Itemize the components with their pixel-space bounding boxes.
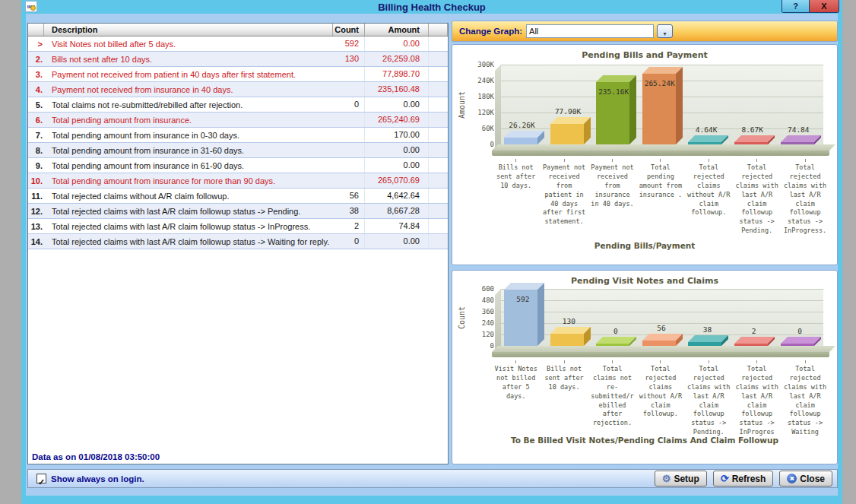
- table-row[interactable]: 6.Total pending amount from insurance.26…: [28, 113, 448, 128]
- change-graph-select[interactable]: All: [526, 24, 654, 38]
- refresh-button[interactable]: ⟳ Refresh: [713, 471, 774, 487]
- header-description: Description: [44, 24, 333, 36]
- bar-value-label: 265.24K: [645, 79, 675, 87]
- bar: [550, 334, 584, 346]
- row-filler: [429, 128, 448, 142]
- floor-top-face: [492, 144, 835, 151]
- plot-floor: [492, 144, 829, 156]
- close-button[interactable]: ✖ Close: [779, 471, 832, 487]
- bar-column: 74.84: [777, 65, 823, 144]
- row-count: [333, 158, 365, 173]
- pending-bills-payment-chart: Pending Bills and PaymentAmount300K240K1…: [452, 44, 838, 265]
- dialog-content: Description Count Amount >Visit Notes no…: [26, 14, 838, 496]
- bar-column: 77.90K: [547, 65, 594, 144]
- setup-button-label: Setup: [674, 474, 699, 484]
- window-title: Billing Health Checkup: [21, 2, 842, 13]
- row-number: 5.: [28, 100, 44, 109]
- row-number: 10.: [28, 176, 44, 185]
- table-row[interactable]: 4.Payment not received from insurance in…: [28, 82, 448, 97]
- refresh-icon: ⟳: [721, 474, 729, 483]
- x-axis-label: Visit Notes not billed after 5 days.: [492, 360, 540, 437]
- row-number: 14.: [28, 237, 44, 246]
- x-axis-label: Total rejected claims without A/R claim …: [636, 360, 684, 437]
- x-axis-label: Total rejected claims with last A/R clai…: [733, 159, 781, 236]
- bar-value-label: 2: [752, 327, 756, 335]
- row-description: Total pending amount from insurance.: [44, 116, 333, 125]
- bar-column: 2: [731, 289, 778, 346]
- row-number: 9.: [28, 161, 44, 170]
- x-axis-label: Total pending amount from insurance .: [636, 159, 684, 236]
- bar-column: 0: [777, 289, 823, 346]
- row-amount: 74.84: [365, 219, 429, 233]
- table-row[interactable]: 13.Total rejected claims with last A/R c…: [28, 219, 448, 234]
- show-on-login-label: Show always on login.: [51, 474, 144, 483]
- table-row[interactable]: >Visit Notes not billed after 5 days.592…: [28, 36, 448, 52]
- row-count: [333, 128, 365, 142]
- bar-value-label: 38: [703, 325, 712, 334]
- table-row[interactable]: 10.Total pending amount from insurance f…: [28, 173, 448, 189]
- close-button-label: Close: [800, 474, 825, 484]
- x-axis-label: Total rejected claims with last A/R clai…: [781, 159, 829, 236]
- row-count: [333, 173, 365, 188]
- y-tick-label: 240: [482, 319, 494, 327]
- bars: 5921300563820: [501, 289, 823, 346]
- y-tick-label: 180K: [477, 93, 494, 100]
- table-row[interactable]: 9.Total pending amount from insurance in…: [28, 158, 448, 173]
- table-row[interactable]: 2.Bills not sent after 10 days.13026,259…: [28, 52, 448, 67]
- pending-visit-notes-claims-chart: Pending Visit Notes and ClaimsCount60048…: [452, 270, 838, 464]
- floor-top-face: [492, 346, 835, 352]
- help-button[interactable]: ?: [782, 0, 810, 12]
- bar-value-label: 592: [516, 295, 529, 303]
- row-filler: [429, 67, 448, 81]
- table-row[interactable]: 14.Total rejected claims with last A/R c…: [28, 234, 448, 249]
- table-row[interactable]: 12.Total rejected claims with last A/R c…: [28, 204, 448, 219]
- bar: [504, 138, 537, 144]
- row-description: Total rejected claims with last A/R clai…: [44, 237, 333, 246]
- setup-button[interactable]: ⚙ Setup: [655, 471, 707, 487]
- close-window-button[interactable]: X: [810, 0, 839, 12]
- row-count: 2: [333, 219, 365, 233]
- row-description: Total pending amount from insurance for …: [44, 176, 333, 185]
- row-filler: [429, 219, 448, 233]
- show-on-login-checkbox[interactable]: ✓: [36, 474, 46, 483]
- y-axis-label: Count: [458, 289, 466, 346]
- title-bar: IMS Billing Health Checkup ? X: [21, 0, 842, 14]
- chart-axis-title: To Be Billed Visit Notes/Pending Claims …: [452, 436, 837, 445]
- billing-summary-panel: Description Count Amount >Visit Notes no…: [27, 23, 449, 464]
- row-description: Payment not received from patient in 40 …: [44, 70, 333, 79]
- row-count: 592: [333, 36, 365, 51]
- bar-value-label: 74.84: [788, 125, 810, 134]
- x-axis-labels: Bills not sent after 10 days.Payment not…: [492, 159, 829, 236]
- bar: [642, 341, 676, 346]
- change-graph-bar: Change Graph: All ▾: [452, 21, 838, 42]
- table-row[interactable]: 11.Total rejected claims without A/R cla…: [28, 189, 448, 204]
- selected-row-arrow: >: [28, 40, 44, 49]
- bar-column: 265.24K: [639, 65, 686, 144]
- table-row[interactable]: 5.Total claims not re-submitted/rebilled…: [28, 97, 448, 113]
- row-number: 7.: [28, 131, 44, 140]
- row-amount: 8,667.28: [365, 204, 429, 218]
- refresh-button-label: Refresh: [732, 474, 766, 484]
- row-filler: [429, 113, 448, 127]
- table-row[interactable]: 7.Total pending amount from insurance in…: [28, 128, 448, 143]
- chart-axis-title: Pending Bills/Payment: [452, 241, 837, 250]
- x-axis-labels: Visit Notes not billed after 5 days.Bill…: [492, 360, 829, 437]
- row-description: Total claims not re-submitted/rebilled a…: [44, 100, 333, 109]
- change-graph-dropdown-button[interactable]: ▾: [657, 24, 673, 38]
- row-filler: [429, 204, 448, 218]
- row-filler: [429, 97, 448, 112]
- bar-value-label: 235.16K: [598, 87, 629, 96]
- table-row[interactable]: 8.Total pending amount from insurance in…: [28, 143, 448, 158]
- row-description: Payment not received from insurance in 4…: [44, 85, 333, 94]
- table-header: Description Count Amount: [28, 24, 448, 36]
- y-axis-label: Amount: [458, 65, 466, 144]
- plot-floor: [492, 346, 829, 357]
- row-description: Total rejected claims with last A/R clai…: [44, 207, 333, 216]
- table-row[interactable]: 3.Payment not received from patient in 4…: [28, 67, 448, 82]
- x-axis-label: Bills not sent after 10 days.: [492, 159, 540, 236]
- row-count: [333, 143, 365, 157]
- row-description: Total rejected claims without A/R claim …: [44, 192, 333, 201]
- y-tick-label: 600: [482, 285, 494, 293]
- bar-value-label: 56: [657, 324, 665, 332]
- row-count: 38: [333, 204, 365, 218]
